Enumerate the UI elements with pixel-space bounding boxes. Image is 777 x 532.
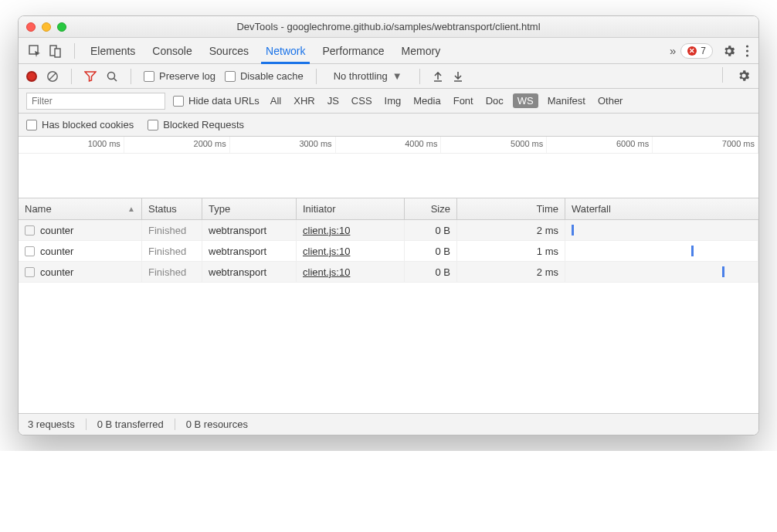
request-initiator-link[interactable]: client.js:10: [303, 225, 350, 236]
column-waterfall[interactable]: Waterfall: [565, 198, 758, 219]
maximize-window-button[interactable]: [57, 22, 66, 32]
requests-grid-header: Name ▲ Status Type Initiator Size Time W…: [19, 198, 758, 220]
filter-bar-2: Has blocked cookies Blocked Requests: [19, 114, 758, 137]
filter-input[interactable]: [26, 93, 165, 110]
status-resources: 0 B resources: [186, 418, 259, 430]
request-waterfall: [565, 220, 758, 240]
request-time: 2 ms: [457, 262, 565, 282]
column-name[interactable]: Name ▲: [19, 198, 142, 219]
request-type: webtransport: [202, 220, 297, 240]
device-toggle-icon[interactable]: [49, 44, 62, 58]
type-filter-img[interactable]: Img: [382, 93, 405, 108]
titlebar: DevTools - googlechrome.github.io/sample…: [19, 16, 758, 38]
column-size[interactable]: Size: [405, 198, 457, 219]
status-transferred: 0 B transferred: [97, 418, 175, 430]
column-type[interactable]: Type: [202, 198, 297, 219]
column-time[interactable]: Time: [457, 198, 565, 219]
request-row[interactable]: counterFinishedwebtransportclient.js:100…: [19, 262, 758, 283]
download-har-icon[interactable]: [453, 70, 463, 83]
svg-point-5: [746, 54, 748, 56]
blocked-requests-checkbox[interactable]: Blocked Requests: [148, 119, 244, 130]
request-initiator-link[interactable]: client.js:10: [303, 266, 350, 278]
error-icon: ✕: [687, 46, 697, 56]
devtools-window: DevTools - googlechrome.github.io/sample…: [18, 15, 759, 435]
svg-rect-2: [55, 49, 60, 57]
request-size: 0 B: [405, 262, 457, 282]
record-button[interactable]: [26, 71, 37, 82]
request-initiator-link[interactable]: client.js:10: [303, 246, 350, 257]
request-name: counter: [40, 266, 73, 278]
request-time: 1 ms: [457, 241, 565, 261]
minimize-window-button[interactable]: [42, 22, 51, 32]
upload-har-icon[interactable]: [433, 70, 443, 83]
filter-icon[interactable]: [84, 70, 97, 83]
type-filter-manifest[interactable]: Manifest: [545, 93, 589, 108]
timeline-tick: 6000 ms: [547, 137, 653, 153]
status-bar: 3 requests 0 B transferred 0 B resources: [19, 413, 758, 435]
network-toolbar: Preserve log Disable cache No throttling…: [19, 64, 758, 89]
tab-performance[interactable]: Performance: [321, 39, 385, 63]
timeline-tick: 2000 ms: [124, 137, 230, 153]
svg-point-8: [108, 72, 115, 79]
request-type: webtransport: [202, 262, 297, 282]
row-checkbox[interactable]: [25, 267, 35, 277]
column-status[interactable]: Status: [142, 198, 202, 219]
tab-elements[interactable]: Elements: [89, 39, 137, 63]
row-checkbox[interactable]: [25, 246, 35, 256]
request-name: counter: [40, 225, 73, 236]
type-filter-font[interactable]: Font: [450, 93, 477, 108]
throttling-select[interactable]: No throttling ▼: [329, 70, 407, 82]
request-row[interactable]: counterFinishedwebtransportclient.js:100…: [19, 241, 758, 262]
panel-tabs: ElementsConsoleSourcesNetworkPerformance…: [83, 39, 665, 63]
tab-sources[interactable]: Sources: [208, 39, 250, 63]
more-tabs-icon[interactable]: »: [670, 44, 676, 57]
request-row[interactable]: counterFinishedwebtransportclient.js:100…: [19, 220, 758, 241]
close-window-button[interactable]: [26, 22, 36, 32]
tab-memory[interactable]: Memory: [400, 39, 443, 63]
preserve-log-checkbox[interactable]: Preserve log: [144, 70, 215, 82]
request-name: counter: [40, 246, 73, 257]
svg-line-9: [114, 78, 117, 81]
request-waterfall: [565, 241, 758, 261]
request-status: Finished: [142, 262, 202, 282]
type-filter-xhr[interactable]: XHR: [290, 93, 317, 108]
requests-grid-body: counterFinishedwebtransportclient.js:100…: [19, 220, 758, 413]
svg-point-4: [746, 49, 748, 52]
settings-icon[interactable]: [722, 44, 736, 58]
has-blocked-cookies-checkbox[interactable]: Has blocked cookies: [26, 119, 134, 130]
request-type: webtransport: [202, 241, 297, 261]
panel-tabbar: ElementsConsoleSourcesNetworkPerformance…: [19, 38, 758, 64]
type-filter-all[interactable]: All: [267, 93, 284, 108]
network-settings-icon[interactable]: [737, 69, 751, 83]
clear-icon[interactable]: [46, 70, 59, 83]
column-initiator[interactable]: Initiator: [297, 198, 405, 219]
type-filter-js[interactable]: JS: [324, 93, 342, 108]
type-filter-ws[interactable]: WS: [513, 93, 538, 108]
row-checkbox[interactable]: [25, 225, 35, 236]
type-filter-css[interactable]: CSS: [348, 93, 375, 108]
timeline-tick: 1000 ms: [19, 137, 124, 153]
tab-network[interactable]: Network: [264, 39, 307, 63]
request-waterfall: [565, 262, 758, 282]
disable-cache-checkbox[interactable]: Disable cache: [225, 70, 304, 82]
request-time: 2 ms: [457, 220, 565, 240]
type-filter-other[interactable]: Other: [595, 93, 626, 108]
status-requests: 3 requests: [28, 418, 87, 430]
search-icon[interactable]: [106, 70, 118, 83]
timeline-tick: 3000 ms: [230, 137, 336, 153]
error-count-badge[interactable]: ✕ 7: [680, 43, 713, 59]
type-filter-doc[interactable]: Doc: [483, 93, 507, 108]
timeline-tick: 4000 ms: [336, 137, 442, 153]
hide-data-urls-checkbox[interactable]: Hide data URLs: [173, 95, 260, 107]
kebab-menu-icon[interactable]: [745, 44, 749, 58]
type-filter-media[interactable]: Media: [410, 93, 443, 108]
inspect-element-icon[interactable]: [28, 44, 42, 58]
traffic-lights: [26, 22, 66, 32]
window-title: DevTools - googlechrome.github.io/sample…: [19, 21, 758, 32]
request-size: 0 B: [405, 241, 457, 261]
filter-bar: Hide data URLs AllXHRJSCSSImgMediaFontDo…: [19, 89, 758, 114]
timeline-overview[interactable]: 1000 ms2000 ms3000 ms4000 ms5000 ms6000 …: [19, 137, 758, 198]
svg-point-3: [746, 45, 748, 47]
tab-console[interactable]: Console: [151, 39, 193, 63]
error-count: 7: [701, 46, 706, 56]
